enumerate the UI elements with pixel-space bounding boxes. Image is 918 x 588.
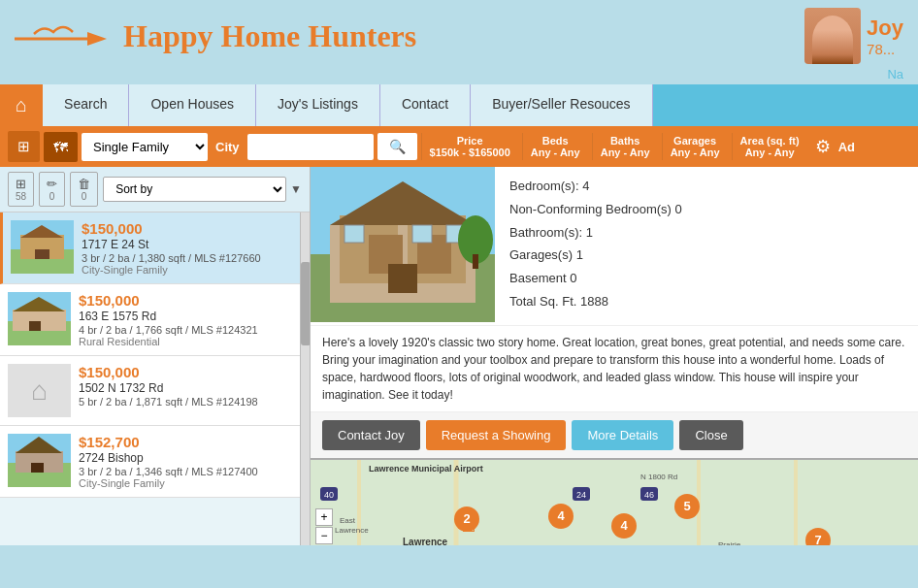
map-icon: 🗺 [53,139,68,155]
nav-link[interactable]: Na [887,67,903,82]
garages-filter[interactable]: Garages Any - Any [662,133,728,160]
baths-filter[interactable]: Baths Any - Any [592,133,658,160]
adv-btn[interactable]: Ad [838,140,855,154]
svg-text:Lawrence: Lawrence [403,537,448,545]
city-input[interactable] [247,134,374,160]
trash-count: 0 [82,191,87,202]
pencil-tool-btn[interactable]: ✏ 0 [39,172,65,207]
svg-text:Lawrence: Lawrence [335,526,369,535]
grid-tool-btn[interactable]: ⊞ 58 [8,172,34,207]
spec-basement: Basement 0 [509,269,903,289]
contact-joy-button[interactable]: Contact Joy [322,420,420,450]
view-btn-grid[interactable]: ⊞ [8,131,40,162]
listing-address-4: 2724 Bishop [79,451,258,465]
nav-home-btn[interactable]: ⌂ [0,84,43,126]
agent-area: Joy 78... [804,8,903,64]
right-panel: Bedroom(s): 4 Non-Conforming Bedroom(s) … [311,167,918,545]
listings-container: $150,000 1717 E 24 St 3 br / 2 ba / 1,38… [0,212,310,545]
request-showing-button[interactable]: Request a Showing [426,420,567,450]
svg-text:Lawrence Municipal Airport: Lawrence Municipal Airport [369,464,483,474]
map-pin-4-left[interactable]: 4 [548,504,574,529]
logo-text: Happy Home Hunters [123,18,416,54]
logo-area: Happy Home Hunters [15,15,416,58]
nav-joys-listings[interactable]: Joy's Listings [256,84,380,126]
nav-search[interactable]: Search [43,84,129,126]
listing-details-1: 3 br / 2 ba / 1,380 sqft / MLS #127660 [82,252,261,264]
nav-open-houses[interactable]: Open Houses [129,84,256,126]
logo-icon [15,15,112,58]
listing-toolbar: ⊞ 58 ✏ 0 🗑 0 Sort by Price (Low to High)… [0,167,310,212]
listing-count: 58 [16,191,26,202]
detail-specs: Bedroom(s): 4 Non-Conforming Bedroom(s) … [495,167,918,325]
listing-type-2: Rural Residential [79,336,258,347]
property-type-select[interactable]: Single Family [82,133,208,161]
nav-resources[interactable]: Buyer/Seller Resouces [471,84,652,126]
area-label: Area (sq. ft) [740,135,800,147]
svg-rect-11 [29,321,41,331]
svg-rect-27 [412,225,432,243]
baths-label: Baths [610,135,640,147]
sort-select-wrap: Sort by Price (Low to High) Price (High … [103,177,302,202]
listing-thumbnail-3: ⌂ [8,364,71,417]
settings-button[interactable]: ⚙ [811,132,835,161]
svg-rect-25 [388,264,417,293]
listing-thumbnail-1 [11,220,74,274]
agent-phone: 78... [867,41,903,57]
search-button[interactable]: 🔍 [377,133,417,160]
price-filter[interactable]: Price $150k - $165000 [421,133,518,160]
beds-label: Beds [542,135,569,147]
listing-thumbnail-4 [8,434,71,487]
list-item[interactable]: $150,000 1717 E 24 St 3 br / 2 ba / 1,38… [0,212,300,284]
sort-select[interactable]: Sort by Price (Low to High) Price (High … [103,177,286,202]
search-icon: 🔍 [389,139,406,154]
map-area: Lawrence Municipal Airport Lawrence E 23… [311,458,918,545]
listing-address-3: 1502 N 1732 Rd [79,381,258,395]
more-details-button[interactable]: More Details [572,420,673,450]
map-pin-4-right[interactable]: 4 [611,513,637,539]
agent-photo [804,8,861,64]
spec-garages: Garages(s) 1 [509,245,903,266]
header: Happy Home Hunters Joy 78... [0,0,918,67]
baths-value: Any - Any [601,147,650,158]
listing-details-2: 4 br / 2 ba / 1,766 sqft / MLS #124321 [79,324,258,336]
listing-price-2: $150,000 [79,292,258,309]
listings-scrollbar[interactable] [300,212,310,545]
home-icon: ⌂ [16,94,27,116]
detail-description: Here's a lovely 1920's classic two story… [311,325,918,411]
grid-view-icon: ⊞ [16,177,26,191]
listing-thumbnail-2 [8,292,71,345]
left-panel: ⊞ 58 ✏ 0 🗑 0 Sort by Price (Low to High)… [0,167,311,545]
beds-filter[interactable]: Beds Any - Any [522,133,588,160]
listing-details-3: 5 br / 2 ba / 1,871 sqft / MLS #124198 [79,396,258,408]
zoom-in-button[interactable]: + [315,508,333,526]
svg-marker-1 [87,32,107,46]
agent-info: Joy 78... [867,16,903,57]
nav-link-bar: Na [0,67,918,84]
area-filter[interactable]: Area (sq. ft) Any - Any [732,133,807,160]
beds-value: Any - Any [531,147,580,158]
city-label: City [212,140,244,154]
nav-contact[interactable]: Contact [380,84,471,126]
sort-dropdown-icon: ▼ [290,182,302,196]
svg-text:Prairie: Prairie [718,540,741,545]
trash-tool-btn[interactable]: 🗑 0 [70,172,98,207]
area-value: Any - Any [745,147,795,158]
list-item[interactable]: $150,000 163 E 1575 Rd 4 br / 2 ba / 1,7… [0,284,300,356]
price-label: Price [457,135,483,147]
close-detail-button[interactable]: Close [679,420,742,450]
zoom-out-button[interactable]: − [315,527,333,544]
svg-text:East: East [340,516,356,525]
price-value: $150k - $165000 [430,147,510,158]
pencil-icon: ✏ [47,177,57,191]
list-item[interactable]: $152,700 2724 Bishop 3 br / 2 ba / 1,346… [0,426,300,498]
map-pin-2[interactable]: 2 [454,506,479,532]
map-pin-5[interactable]: 5 [674,494,700,519]
spec-non-conforming: Non-Conforming Bedroom(s) 0 [509,200,903,220]
list-item[interactable]: ⌂ $150,000 1502 N 1732 Rd 5 br / 2 ba / … [0,356,300,426]
trash-icon: 🗑 [78,177,90,191]
svg-rect-16 [31,463,44,473]
garages-value: Any - Any [671,147,720,158]
svg-text:40: 40 [324,490,334,500]
scrollbar-thumb[interactable] [301,262,310,345]
view-btn-map[interactable]: 🗺 [44,132,78,162]
